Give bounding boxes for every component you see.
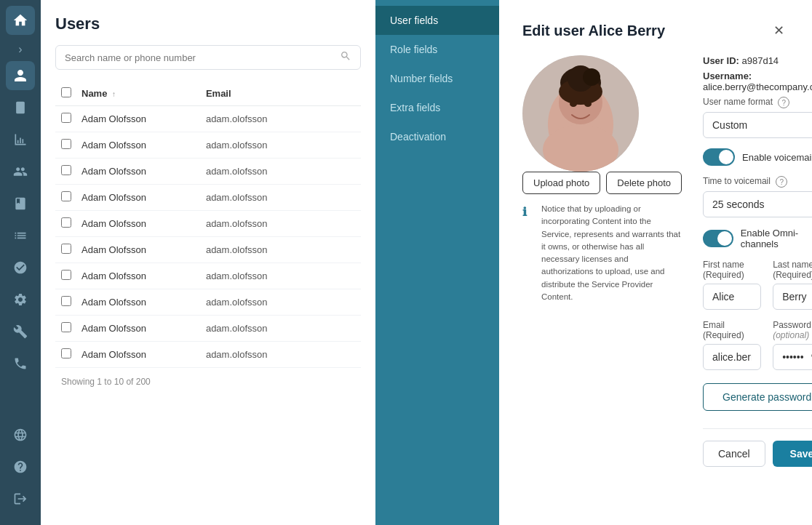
cancel-button[interactable]: Cancel xyxy=(703,441,765,467)
sidebar-item-phone3[interactable] xyxy=(6,349,35,378)
modal-header: Edit user Alice Berry ✕ xyxy=(522,20,789,41)
voicemail-time-select[interactable]: 10 seconds 15 seconds 20 seconds 25 seco… xyxy=(703,191,812,217)
email-label: Email (Required) xyxy=(703,320,761,340)
sidebar-item-users[interactable] xyxy=(6,61,35,90)
row-checkbox[interactable] xyxy=(61,322,71,332)
sidebar-item-people2[interactable] xyxy=(6,253,35,282)
notice-box: ℹ Notice that by uploading or incorporat… xyxy=(522,203,682,303)
password-label: Password (optional) xyxy=(773,320,812,340)
table-body: Adam Olofsson adam.olofsson Adam Olofsso… xyxy=(55,106,361,368)
sidebar-logo[interactable] xyxy=(6,6,35,35)
table-row[interactable]: Adam Olofsson adam.olofsson xyxy=(55,342,361,368)
row-checkbox[interactable] xyxy=(61,191,71,201)
save-button[interactable]: Save xyxy=(773,441,812,467)
tab-user-fields[interactable]: User fields xyxy=(375,6,499,35)
delete-photo-button[interactable]: Delete photo xyxy=(606,172,682,194)
table-row[interactable]: Adam Olofsson adam.olofsson xyxy=(55,106,361,132)
tab-extra-fields[interactable]: Extra fields xyxy=(375,93,499,122)
tab-role-fields[interactable]: Role fields xyxy=(375,35,499,64)
table-row[interactable]: Adam Olofsson adam.olofsson xyxy=(55,263,361,289)
row-email: adam.olofsson xyxy=(206,166,355,177)
table-row[interactable]: Adam Olofsson adam.olofsson xyxy=(55,211,361,237)
sidebar-item-book[interactable] xyxy=(6,189,35,218)
password-input[interactable] xyxy=(773,344,812,370)
password-wrapper xyxy=(773,344,812,370)
row-checkbox[interactable] xyxy=(61,296,71,306)
email-password-row: Email (Required) Password (optional) xyxy=(703,320,812,380)
svg-point-8 xyxy=(583,68,600,86)
sidebar-item-globe[interactable] xyxy=(6,420,35,449)
row-name: Adam Olofsson xyxy=(81,270,206,281)
sidebar-collapse-icon[interactable]: › xyxy=(15,44,26,55)
row-name: Adam Olofsson xyxy=(81,323,206,334)
sidebar-item-phone[interactable] xyxy=(6,93,35,122)
row-checkbox[interactable] xyxy=(61,270,71,280)
select-all-checkbox[interactable] xyxy=(61,87,71,97)
email-column-header: Email xyxy=(206,88,355,99)
svg-point-10 xyxy=(584,101,592,107)
tabs-panel: User fields Role fields Number fields Ex… xyxy=(375,0,499,525)
sort-icon: ↑ xyxy=(112,90,116,98)
table-row[interactable]: Adam Olofsson adam.olofsson xyxy=(55,159,361,185)
omni-toggle[interactable] xyxy=(703,230,733,247)
user-avatar xyxy=(522,55,639,172)
sidebar-item-tools[interactable] xyxy=(6,317,35,346)
row-checkbox[interactable] xyxy=(61,348,71,358)
sidebar-item-chart[interactable] xyxy=(6,125,35,154)
modal-left: Upload photo Delete photo ℹ Notice that … xyxy=(522,55,682,467)
name-column-header: Name ↑ xyxy=(81,88,206,99)
sidebar-item-help[interactable] xyxy=(6,452,35,481)
row-email: adam.olofsson xyxy=(206,244,355,255)
table-row[interactable]: Adam Olofsson adam.olofsson xyxy=(55,289,361,316)
username-format-select[interactable]: Custom First Last Last First Username xyxy=(703,112,812,138)
sidebar-item-signout[interactable] xyxy=(6,484,35,513)
modal-title: Edit user Alice Berry xyxy=(522,23,665,39)
row-checkbox[interactable] xyxy=(61,244,71,254)
row-checkbox[interactable] xyxy=(61,217,71,228)
username-format-help-icon[interactable]: ? xyxy=(778,97,789,108)
table-row[interactable]: Adam Olofsson adam.olofsson xyxy=(55,237,361,263)
password-group: Password (optional) xyxy=(773,320,812,370)
last-name-input[interactable] xyxy=(773,284,812,310)
svg-rect-0 xyxy=(16,102,25,114)
last-name-label: Last name (Required) xyxy=(773,260,812,280)
username-row: Username: alice.berry@thecompany.com xyxy=(703,71,812,92)
row-name: Adam Olofsson xyxy=(81,140,206,151)
voicemail-toggle-row: Enable voicemail xyxy=(703,148,812,166)
row-email: adam.olofsson xyxy=(206,270,355,281)
users-panel: Users Name ↑ Email Adam Olofsson adam.ol… xyxy=(41,0,375,525)
voicemail-help-icon[interactable]: ? xyxy=(776,176,787,188)
name-form-row: First name (Required) Last name (Require… xyxy=(703,260,812,320)
sidebar: › xyxy=(0,0,41,525)
table-row[interactable]: Adam Olofsson adam.olofsson xyxy=(55,185,361,211)
table-row[interactable]: Adam Olofsson adam.olofsson xyxy=(55,316,361,342)
search-input[interactable] xyxy=(65,52,340,63)
sidebar-item-settings[interactable] xyxy=(6,285,35,314)
voicemail-toggle[interactable] xyxy=(703,148,735,166)
tab-number-fields[interactable]: Number fields xyxy=(375,64,499,93)
row-checkbox[interactable] xyxy=(61,165,71,175)
sidebar-item-list[interactable] xyxy=(6,221,35,250)
row-email: adam.olofsson xyxy=(206,349,355,360)
row-checkbox[interactable] xyxy=(61,113,71,123)
user-id-row: User ID: a987d14 xyxy=(703,55,812,66)
upload-photo-button[interactable]: Upload photo xyxy=(522,172,600,194)
row-checkbox[interactable] xyxy=(61,139,71,149)
table-header: Name ↑ Email xyxy=(55,81,361,106)
notice-text: Notice that by uploading or incorporatin… xyxy=(541,203,682,303)
close-button[interactable]: ✕ xyxy=(768,20,789,41)
email-input[interactable] xyxy=(703,344,761,370)
user-id-value: a987d14 xyxy=(741,55,779,66)
voicemail-toggle-label: Enable voicemail xyxy=(742,152,812,163)
generate-password-button[interactable]: Generate password xyxy=(703,383,812,411)
table-row[interactable]: Adam Olofsson adam.olofsson xyxy=(55,132,361,159)
row-name: Adam Olofsson xyxy=(81,218,206,229)
sidebar-item-team[interactable] xyxy=(6,157,35,186)
row-name: Adam Olofsson xyxy=(81,297,206,308)
row-name: Adam Olofsson xyxy=(81,244,206,255)
first-name-input[interactable] xyxy=(703,284,761,310)
table-footer: Showing 1 to 10 of 200 xyxy=(55,374,361,390)
row-email: adam.olofsson xyxy=(206,140,355,151)
tab-deactivation[interactable]: Deactivation xyxy=(375,122,499,151)
modal-footer: Cancel Save xyxy=(703,428,812,467)
